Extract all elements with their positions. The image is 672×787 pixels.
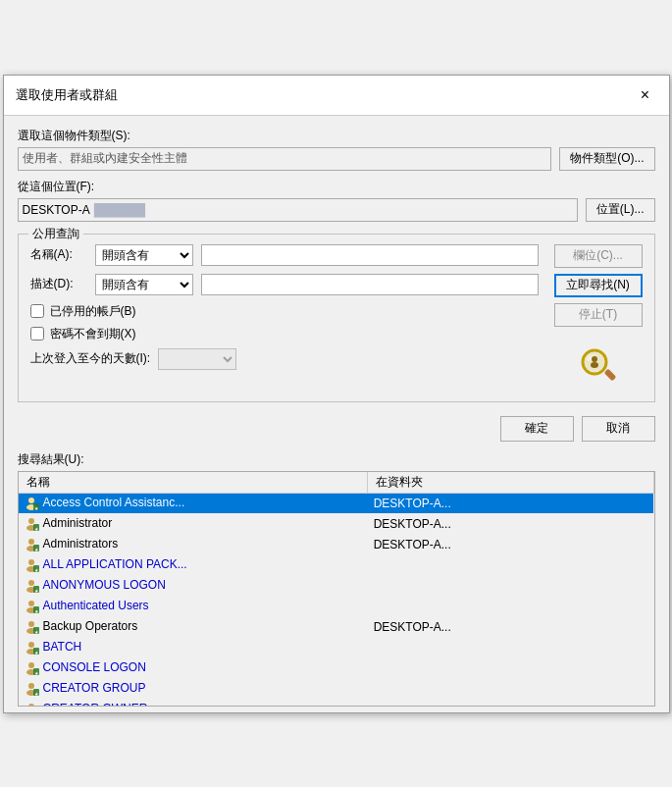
row-folder (368, 637, 653, 657)
stop-button[interactable]: 停止(T) (554, 303, 643, 327)
row-folder: DESKTOP-A... (368, 493, 653, 513)
svg-point-5 (591, 362, 598, 368)
table-row[interactable]: ★Access Control Assistanc...DESKTOP-A... (19, 493, 654, 513)
results-section: 搜尋結果(U): 名稱 在資料夾 ★Access Control Assista… (4, 451, 669, 712)
row-name: ★CONSOLE LOGON (19, 657, 368, 678)
table-row[interactable]: ★Authenticated Users (19, 596, 654, 616)
svg-point-22 (28, 580, 34, 586)
svg-point-10 (28, 518, 34, 524)
title-bar: 選取使用者或群組 × (4, 76, 669, 116)
svg-point-6 (28, 498, 34, 503)
row-name: ★Access Control Assistanc... (19, 493, 368, 513)
row-name: ★Administrator (19, 513, 368, 534)
results-table-wrapper[interactable]: 名稱 在資料夾 ★Access Control Assistanc...DESK… (18, 471, 655, 707)
common-query-group: 公用查詢 名稱(A): 開頭含有 描述(D): (18, 234, 655, 402)
row-folder (368, 678, 653, 699)
dialog-title: 選取使用者或群組 (16, 86, 118, 104)
table-row[interactable]: ★CREATOR OWNER (19, 699, 654, 707)
svg-point-30 (28, 621, 34, 627)
row-name: ★ANONYMOUS LOGON (19, 575, 368, 596)
table-row[interactable]: ★ALL APPLICATION PACK... (19, 554, 654, 575)
svg-point-38 (28, 662, 34, 668)
location-blur: ▓▓▓▓▓▓ (94, 203, 146, 217)
query-buttons-right: 欄位(C)... 立即尋找(N) 停止(T) (554, 244, 643, 390)
row-name: ★CREATOR OWNER (19, 699, 368, 707)
object-type-label: 選取這個物件類型(S): (18, 128, 655, 144)
disabled-checkbox[interactable] (30, 304, 44, 318)
object-type-input[interactable] (18, 147, 552, 171)
object-type-button[interactable]: 物件類型(O)... (559, 147, 654, 171)
svg-point-26 (28, 601, 34, 606)
search-magnifier-icon (575, 342, 622, 390)
table-row[interactable]: ★Backup OperatorsDESKTOP-A... (19, 616, 654, 637)
location-button[interactable]: 位置(L)... (586, 198, 655, 222)
row-name: ★ALL APPLICATION PACK... (19, 554, 368, 575)
days-dropdown[interactable] (158, 348, 236, 370)
common-query-title: 公用查詢 (28, 226, 83, 242)
row-folder (368, 699, 653, 707)
close-button[interactable]: × (634, 83, 657, 107)
dialog-body: 選取這個物件類型(S): 物件類型(O)... 從這個位置(F): DESKTO… (4, 116, 669, 410)
location-section: 從這個位置(F): DESKTOP-A ▓▓▓▓▓▓ 位置(L)... (18, 179, 655, 222)
location-label: 從這個位置(F): (18, 179, 655, 195)
results-label: 搜尋結果(U): (18, 451, 655, 468)
disabled-label: 已停用的帳戶(B) (50, 303, 136, 320)
select-user-dialog: 選取使用者或群組 × 選取這個物件類型(S): 物件類型(O)... 從這個位置… (3, 75, 670, 713)
desc-dropdown[interactable]: 開頭含有 (95, 274, 193, 295)
row-name: ★BATCH (19, 637, 368, 657)
ok-cancel-row: 確定 取消 (4, 410, 669, 451)
svg-point-42 (28, 683, 34, 689)
desc-input[interactable] (201, 274, 539, 295)
query-form-left: 名稱(A): 開頭含有 描述(D): 開頭含有 (30, 244, 539, 390)
table-row[interactable]: ★AdministratorsDESKTOP-A... (19, 534, 654, 554)
table-row[interactable]: ★BATCH (19, 637, 654, 657)
search-now-button[interactable]: 立即尋找(N) (554, 274, 643, 297)
search-icon-area (554, 342, 643, 390)
name-label: 名稱(A): (30, 246, 87, 263)
row-folder: DESKTOP-A... (368, 513, 653, 534)
name-row: 名稱(A): 開頭含有 (30, 244, 539, 266)
no-expire-label: 密碼不會到期(X) (50, 326, 136, 342)
row-name: ★CREATOR GROUP (19, 678, 368, 699)
svg-rect-0 (603, 368, 616, 381)
row-name: ★Administrators (19, 534, 368, 554)
row-folder: DESKTOP-A... (368, 616, 653, 637)
cancel-button[interactable]: 取消 (582, 416, 655, 442)
disabled-row: 已停用的帳戶(B) (30, 303, 539, 320)
days-label: 上次登入至今的天數(I): (30, 350, 151, 367)
location-row: DESKTOP-A ▓▓▓▓▓▓ 位置(L)... (18, 198, 655, 222)
desc-label: 描述(D): (30, 276, 87, 292)
svg-point-14 (28, 539, 34, 545)
object-type-section: 選取這個物件類型(S): 物件類型(O)... (18, 128, 655, 171)
table-row[interactable]: ★CONSOLE LOGON (19, 657, 654, 678)
no-expire-checkbox[interactable] (30, 327, 44, 341)
query-content: 名稱(A): 開頭含有 描述(D): 開頭含有 (30, 244, 643, 390)
object-type-row: 物件類型(O)... (18, 147, 655, 171)
name-dropdown[interactable]: 開頭含有 (95, 244, 193, 266)
desc-row: 描述(D): 開頭含有 (30, 274, 539, 295)
location-value: DESKTOP-A (23, 203, 90, 217)
results-table: 名稱 在資料夾 ★Access Control Assistanc...DESK… (19, 472, 654, 707)
row-folder (368, 575, 653, 596)
col-name-header[interactable]: 名稱 (19, 472, 368, 494)
col-folder-header[interactable]: 在資料夾 (368, 472, 653, 494)
name-input[interactable] (201, 244, 539, 266)
row-folder (368, 657, 653, 678)
table-row[interactable]: ★ANONYMOUS LOGON (19, 575, 654, 596)
no-expire-row: 密碼不會到期(X) (30, 326, 539, 342)
column-button[interactable]: 欄位(C)... (554, 244, 643, 268)
days-row: 上次登入至今的天數(I): (30, 348, 539, 370)
table-row[interactable]: ★AdministratorDESKTOP-A... (19, 513, 654, 534)
location-input[interactable]: DESKTOP-A ▓▓▓▓▓▓ (18, 198, 578, 222)
row-folder (368, 596, 653, 616)
row-folder: DESKTOP-A... (368, 534, 653, 554)
svg-point-46 (28, 704, 34, 707)
row-name: ★Authenticated Users (19, 596, 368, 616)
svg-point-4 (592, 356, 597, 362)
svg-point-18 (28, 559, 34, 565)
ok-button[interactable]: 確定 (500, 416, 574, 442)
table-row[interactable]: ★CREATOR GROUP (19, 678, 654, 699)
row-folder (368, 554, 653, 575)
row-name: ★Backup Operators (19, 616, 368, 637)
svg-point-34 (28, 642, 34, 648)
